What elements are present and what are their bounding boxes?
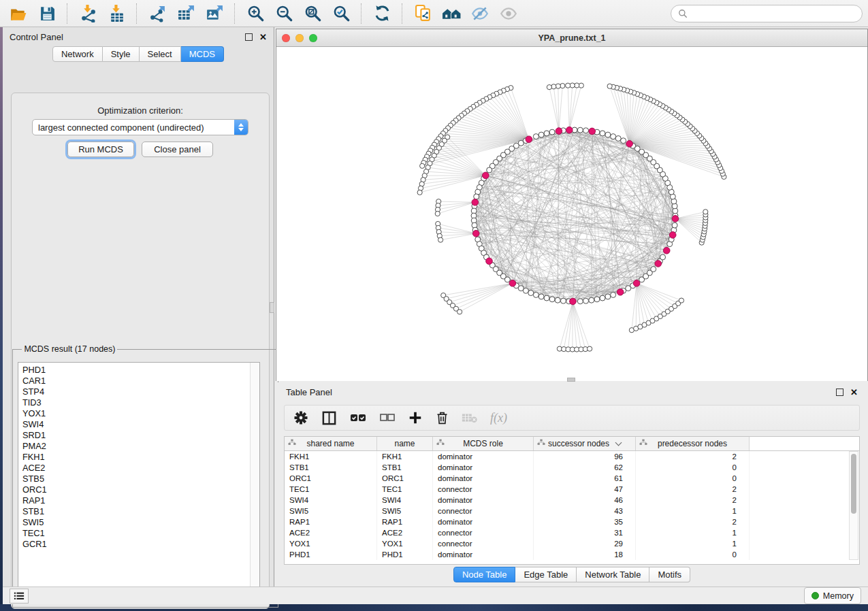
table-cell[interactable]: 31 <box>534 527 636 538</box>
network-node[interactable] <box>583 128 589 133</box>
network-node[interactable] <box>487 167 492 173</box>
table-cell[interactable]: 2 <box>636 495 750 506</box>
network-leaf-node[interactable] <box>457 310 462 314</box>
table-cell[interactable]: 35 <box>534 516 636 527</box>
mcds-result-item[interactable]: ACE2 <box>22 463 259 474</box>
zoom-selected-button[interactable] <box>328 3 354 24</box>
network-leaf-node[interactable] <box>679 298 684 303</box>
table-cell[interactable]: STB1 <box>377 462 433 473</box>
network-mcds-hub-node[interactable] <box>556 128 562 135</box>
table-cell[interactable]: 0 <box>636 473 750 484</box>
column-header-predecessor-nodes[interactable]: predecessor nodes <box>636 437 750 450</box>
mcds-result-item[interactable]: TID3 <box>22 397 259 408</box>
float-panel-icon[interactable] <box>836 389 843 396</box>
table-cell[interactable]: 2 <box>636 484 750 495</box>
table-row[interactable]: SWI4SWI4dominator462 <box>285 495 859 506</box>
network-mcds-hub-node[interactable] <box>483 172 489 179</box>
table-cell[interactable]: STB1 <box>285 462 377 473</box>
open-file-button[interactable] <box>5 3 31 24</box>
network-node[interactable] <box>611 134 616 139</box>
table-cell[interactable]: ORC1 <box>377 473 433 484</box>
hide-selected-button[interactable] <box>467 3 493 24</box>
network-mcds-hub-node[interactable] <box>626 141 633 148</box>
table-cell[interactable]: YOX1 <box>377 538 433 549</box>
network-leaf-node[interactable] <box>566 83 570 88</box>
select-all-rows-icon[interactable] <box>349 412 367 424</box>
table-cell[interactable]: SWI4 <box>377 495 433 506</box>
network-mcds-hub-node[interactable] <box>570 298 577 305</box>
close-panel-icon[interactable]: ✕ <box>259 33 267 42</box>
tab-network-table[interactable]: Network Table <box>577 567 649 582</box>
table-row[interactable]: SWI5SWI5connector431 <box>285 506 859 516</box>
table-row[interactable]: RAP1RAP1dominator352 <box>285 516 859 527</box>
mcds-result-item[interactable]: PMA2 <box>22 441 259 452</box>
table-cell[interactable]: 1 <box>636 538 750 549</box>
network-node[interactable] <box>523 288 528 293</box>
column-header-MCDS-role[interactable]: MCDS role <box>433 437 534 450</box>
network-node[interactable] <box>621 138 626 144</box>
vertical-split-handle[interactable] <box>270 302 274 313</box>
tab-select[interactable]: Select <box>140 46 181 62</box>
table-cell[interactable]: 1 <box>636 506 750 516</box>
table-cell[interactable]: dominator <box>433 462 534 473</box>
network-node[interactable] <box>577 127 583 133</box>
table-cell[interactable]: 46 <box>534 495 636 506</box>
network-mcds-hub-node[interactable] <box>633 280 640 286</box>
network-node[interactable] <box>539 294 544 299</box>
mcds-result-item[interactable]: SWI5 <box>22 517 259 528</box>
tab-style[interactable]: Style <box>103 46 140 62</box>
tab-network[interactable]: Network <box>52 46 103 62</box>
mcds-result-item[interactable]: FKH1 <box>22 452 259 463</box>
network-window-titlebar[interactable]: YPA_prune.txt_1 <box>276 29 867 47</box>
table-cell[interactable]: SWI5 <box>285 506 377 516</box>
network-leaf-node[interactable] <box>438 237 443 242</box>
network-node[interactable] <box>544 131 549 136</box>
mcds-result-item[interactable]: TEC1 <box>22 528 259 539</box>
network-node[interactable] <box>615 135 621 141</box>
network-mcds-hub-node[interactable] <box>509 280 516 286</box>
zoom-in-button[interactable] <box>242 3 268 24</box>
network-mcds-hub-node[interactable] <box>617 288 624 295</box>
table-cell[interactable]: FKH1 <box>285 451 377 462</box>
table-row[interactable]: TEC1TEC1connector472 <box>285 484 859 495</box>
column-header-successor-nodes[interactable]: successor nodes <box>534 437 636 450</box>
close-panel-button[interactable]: Close panel <box>142 142 213 157</box>
network-node[interactable] <box>539 132 544 137</box>
clone-network-button[interactable] <box>410 3 436 24</box>
network-node[interactable] <box>528 291 534 296</box>
table-row[interactable]: STB1STB1dominator620 <box>285 462 859 473</box>
network-leaf-node[interactable] <box>607 84 612 88</box>
table-cell[interactable]: YOX1 <box>285 538 377 549</box>
table-cell[interactable]: 2 <box>636 451 750 462</box>
table-row[interactable]: PHD1PHD1dominator180 <box>285 549 859 560</box>
table-cell[interactable]: FKH1 <box>377 451 433 462</box>
mcds-result-item[interactable]: STP4 <box>22 386 259 397</box>
table-settings-gear-icon[interactable] <box>293 410 309 426</box>
table-cell[interactable]: connector <box>433 527 534 538</box>
network-mcds-hub-node[interactable] <box>655 261 662 267</box>
network-node[interactable] <box>549 297 555 302</box>
network-node[interactable] <box>560 298 566 303</box>
tab-mcds[interactable]: MCDS <box>181 46 224 62</box>
table-cell[interactable]: PHD1 <box>377 549 433 560</box>
apply-layout-button[interactable] <box>369 3 395 24</box>
mcds-result-item[interactable]: YOX1 <box>22 408 259 419</box>
search-input[interactable] <box>692 7 855 19</box>
network-mcds-hub-node[interactable] <box>589 128 596 135</box>
network-mcds-hub-node[interactable] <box>472 199 479 205</box>
network-node[interactable] <box>605 294 611 299</box>
network-mcds-hub-node[interactable] <box>486 258 493 265</box>
network-mcds-hub-node[interactable] <box>566 127 573 133</box>
network-mcds-hub-node[interactable] <box>663 247 670 254</box>
table-cell[interactable]: ACE2 <box>377 527 433 538</box>
show-all-button[interactable] <box>496 3 521 24</box>
delete-column-icon[interactable] <box>435 410 449 425</box>
network-leaf-node[interactable] <box>703 210 708 214</box>
delete-table-icon[interactable] <box>462 412 478 424</box>
optimization-select[interactable]: largest connected component (undirected) <box>32 119 248 135</box>
export-network-button[interactable] <box>144 3 170 24</box>
table-row[interactable]: ACE2ACE2connector311 <box>285 527 859 538</box>
table-cell[interactable]: 47 <box>534 484 636 495</box>
network-node[interactable] <box>660 254 666 260</box>
network-node[interactable] <box>583 298 589 303</box>
